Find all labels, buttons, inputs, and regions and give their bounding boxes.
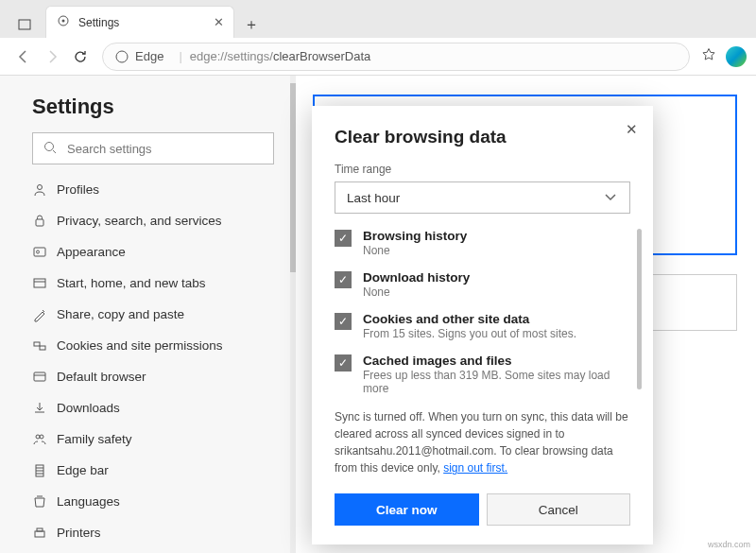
svg-point-5 — [38, 184, 43, 189]
sidebar-scrollbar[interactable] — [290, 76, 296, 553]
svg-point-8 — [37, 251, 40, 253]
nav-icon — [32, 370, 57, 385]
svg-rect-12 — [34, 372, 45, 381]
sidebar-item[interactable]: Default browser — [32, 361, 274, 392]
sidebar-item-label: Edge bar — [57, 463, 109, 477]
sidebar-item[interactable]: Start, home, and new tabs — [32, 268, 274, 299]
sidebar-item-label: Family safety — [57, 432, 132, 446]
data-type-title: Browsing history — [363, 229, 467, 243]
sidebar-item-label: Appearance — [57, 245, 126, 259]
nav-icon — [32, 432, 57, 447]
nav-icon — [32, 494, 57, 510]
dialog-scrollbar[interactable] — [637, 229, 642, 389]
svg-rect-11 — [40, 346, 45, 350]
dialog-title: Clear browsing data — [335, 127, 630, 147]
browser-tab[interactable]: Settings ✕ — [45, 6, 234, 38]
dialog-close-button[interactable]: ✕ — [626, 121, 638, 138]
svg-point-4 — [45, 142, 54, 150]
forward-button — [38, 43, 66, 71]
svg-rect-17 — [37, 528, 43, 531]
time-range-select[interactable]: Last hour — [335, 181, 630, 214]
sidebar-item[interactable]: Share, copy and paste — [32, 299, 274, 330]
svg-rect-6 — [36, 219, 43, 226]
chevron-down-icon — [603, 189, 618, 207]
data-type-subtitle: None — [363, 285, 470, 299]
star-icon — [701, 47, 716, 62]
profile-avatar[interactable] — [726, 46, 747, 67]
svg-point-2 — [62, 19, 65, 22]
window-icon — [17, 17, 32, 32]
sidebar-item[interactable]: Cookies and site permissions — [32, 330, 274, 361]
sidebar-item-label: Downloads — [57, 401, 120, 415]
clear-now-button[interactable]: Clear now — [335, 493, 479, 526]
sidebar-item[interactable]: Edge bar — [32, 455, 274, 486]
tab-title: Settings — [78, 16, 214, 29]
data-type-row: ✓Cached images and filesFrees up less th… — [335, 354, 630, 395]
arrow-right-icon — [44, 49, 60, 64]
svg-rect-10 — [34, 342, 40, 346]
cancel-button[interactable]: Cancel — [487, 493, 631, 526]
gear-icon — [56, 13, 71, 32]
sidebar-item-label: Cookies and site permissions — [57, 338, 223, 353]
omnibox[interactable]: Edge | edge://settings/clearBrowserData — [102, 43, 690, 71]
page-title: Settings — [32, 95, 274, 119]
data-type-title: Download history — [363, 270, 470, 285]
data-type-row: ✓Cookies and other site dataFrom 15 site… — [335, 312, 630, 340]
site-identity: Edge — [114, 49, 163, 64]
data-type-title: Cached images and files — [363, 354, 619, 368]
sidebar-item[interactable]: System and performance — [32, 548, 274, 553]
nav-icon — [32, 401, 57, 416]
sidebar-item[interactable]: Privacy, search, and services — [32, 205, 274, 236]
nav-icon — [32, 307, 57, 322]
search-placeholder: Search settings — [67, 142, 152, 156]
svg-point-13 — [36, 435, 40, 439]
refresh-button[interactable] — [66, 43, 94, 71]
settings-sidebar: Settings Search settings ProfilesPrivacy… — [0, 76, 293, 553]
sidebar-item[interactable]: Family safety — [32, 423, 274, 455]
data-type-subtitle: Frees up less than 319 MB. Some sites ma… — [363, 369, 619, 395]
sidebar-item[interactable]: Languages — [32, 486, 274, 517]
data-type-subtitle: From 15 sites. Signs you out of most sit… — [363, 327, 576, 340]
new-tab-button[interactable]: ＋ — [238, 11, 265, 38]
checkbox[interactable]: ✓ — [335, 230, 352, 247]
watermark: wsxdn.com — [708, 540, 750, 549]
checkbox[interactable]: ✓ — [335, 354, 352, 372]
sidebar-item[interactable]: Downloads — [32, 392, 274, 423]
nav-icon — [32, 338, 57, 354]
sidebar-item-label: Default browser — [57, 370, 146, 384]
titlebar: Settings ✕ ＋ — [0, 0, 756, 38]
edge-logo-icon — [114, 49, 129, 64]
nav-icon — [32, 245, 57, 260]
sidebar-item-label: Profiles — [57, 182, 99, 197]
back-button[interactable] — [9, 43, 38, 71]
svg-rect-9 — [34, 279, 45, 287]
sidebar-item[interactable]: Printers — [32, 517, 274, 548]
sign-out-link[interactable]: sign out first. — [443, 461, 507, 475]
separator: | — [179, 49, 181, 63]
search-settings-input[interactable]: Search settings — [32, 132, 274, 164]
checkbox[interactable]: ✓ — [335, 313, 352, 330]
data-type-title: Cookies and other site data — [363, 312, 576, 326]
sidebar-item[interactable]: Appearance — [32, 236, 274, 268]
checkbox[interactable]: ✓ — [335, 271, 352, 288]
svg-point-3 — [116, 51, 128, 62]
brand-text: Edge — [135, 49, 163, 63]
arrow-left-icon — [16, 49, 31, 64]
time-range-label: Time range — [335, 163, 630, 176]
nav-icon — [32, 276, 57, 291]
nav-icon — [32, 463, 57, 478]
refresh-icon — [73, 49, 88, 64]
sidebar-item-label: Start, home, and new tabs — [57, 276, 206, 290]
nav-icon — [32, 182, 57, 198]
address-bar: Edge | edge://settings/clearBrowserData — [0, 38, 756, 76]
svg-point-14 — [40, 435, 43, 439]
tab-actions-button[interactable] — [11, 11, 38, 38]
data-type-row: ✓Browsing historyNone — [335, 229, 630, 257]
favorites-button[interactable] — [701, 47, 716, 66]
svg-rect-16 — [35, 531, 44, 537]
clear-browsing-data-dialog: ✕ Clear browsing data Time range Last ho… — [312, 106, 653, 544]
svg-rect-0 — [19, 20, 30, 29]
close-tab-button[interactable]: ✕ — [214, 15, 224, 29]
nav-icon — [32, 526, 57, 541]
sidebar-item[interactable]: Profiles — [32, 174, 274, 205]
